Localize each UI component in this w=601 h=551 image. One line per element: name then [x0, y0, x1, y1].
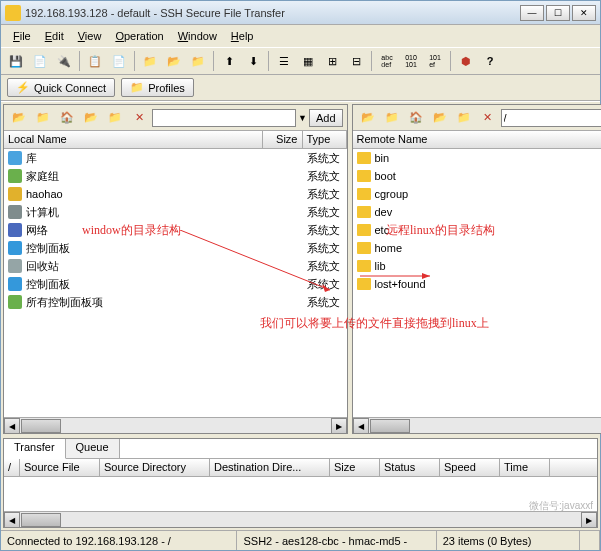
lightning-icon: ⚡ [16, 81, 30, 94]
remote-file-list[interactable]: binFoldbootFoldcgroupFolddevFoldetcFoldh… [353, 149, 602, 417]
status-protocol: SSH2 - aes128-cbc - hmac-md5 - [237, 531, 436, 550]
file-panes: 📂 📁 🏠 📂 📁 ✕ ▼ Add Local Name Size Type 库… [1, 101, 600, 436]
folder-yellow-icon[interactable]: 📁 [139, 50, 161, 72]
print-icon[interactable]: 📄 [29, 50, 51, 72]
title-bar: 192.168.193.128 - default - SSH Secure F… [1, 1, 600, 25]
folder-blue-icon[interactable]: 📁 [187, 50, 209, 72]
upload-icon[interactable]: ⬆ [218, 50, 240, 72]
tree-icon[interactable]: ⊟ [345, 50, 367, 72]
remote-up-icon[interactable]: 📂 [357, 107, 379, 129]
remote-path-input[interactable] [501, 109, 602, 127]
remote-scroll-h[interactable]: ◀▶ [353, 417, 602, 433]
binary-icon[interactable]: 010101 [400, 50, 422, 72]
status-resize-grip [580, 531, 600, 550]
maximize-button[interactable]: ☐ [546, 5, 570, 21]
local-pane: 📂 📁 🏠 📂 📁 ✕ ▼ Add Local Name Size Type 库… [3, 104, 348, 434]
tab-transfer[interactable]: Transfer [4, 439, 66, 459]
menu-operation[interactable]: Operation [109, 28, 169, 44]
status-connection: Connected to 192.168.193.128 - / [1, 531, 237, 550]
list-item[interactable]: devFold [353, 203, 602, 221]
list-item[interactable]: libFold [353, 257, 602, 275]
folder-icon: 📁 [130, 81, 144, 94]
menu-view[interactable]: View [72, 28, 108, 44]
menu-window[interactable]: Window [172, 28, 223, 44]
local-nav1-icon[interactable]: 📁 [32, 107, 54, 129]
quick-connect-button[interactable]: ⚡ Quick Connect [7, 78, 115, 97]
transfer-col[interactable]: Size [330, 459, 380, 476]
connect-icon[interactable]: 🔌 [53, 50, 75, 72]
list-item[interactable]: 控制面板系统文 [4, 275, 347, 293]
ascii-icon[interactable]: abcdef [376, 50, 398, 72]
download-icon[interactable]: ⬇ [242, 50, 264, 72]
list-item[interactable]: etcFold [353, 221, 602, 239]
local-newfolder-icon[interactable]: 📁 [104, 107, 126, 129]
list-item[interactable]: 家庭组系统文 [4, 167, 347, 185]
folder-green-icon[interactable]: 📂 [163, 50, 185, 72]
list-view-icon[interactable]: ☰ [273, 50, 295, 72]
transfer-scroll-h[interactable]: ◀▶ [4, 511, 597, 527]
local-list-header: Local Name Size Type [4, 131, 347, 149]
list-item[interactable]: homeFold [353, 239, 602, 257]
stop-icon[interactable]: ⬢ [455, 50, 477, 72]
transfer-panel: Transfer Queue /Source FileSource Direct… [3, 438, 598, 528]
remote-home-icon[interactable]: 🏠 [405, 107, 427, 129]
remote-pane: 📂 📁 🏠 📂 📁 ✕ ▼ Add Remote Name Size Typ b… [352, 104, 602, 434]
menu-file[interactable]: File [7, 28, 37, 44]
remote-newfolder-icon[interactable]: 📁 [453, 107, 475, 129]
remote-delete-icon[interactable]: ✕ [477, 107, 499, 129]
list-item[interactable]: cgroupFold [353, 185, 602, 203]
help-icon[interactable]: ? [479, 50, 501, 72]
remote-col-name[interactable]: Remote Name [353, 131, 602, 148]
list-item[interactable]: 网络系统文 [4, 221, 347, 239]
local-col-type[interactable]: Type [303, 131, 347, 148]
local-col-size[interactable]: Size [263, 131, 303, 148]
local-path-input[interactable] [152, 109, 296, 127]
list-item[interactable]: 计算机系统文 [4, 203, 347, 221]
menu-edit[interactable]: Edit [39, 28, 70, 44]
main-toolbar: 💾 📄 🔌 📋 📄 📁 📂 📁 ⬆ ⬇ ☰ ▦ ⊞ ⊟ abcdef 01010… [1, 47, 600, 75]
list-item[interactable]: 库系统文 [4, 149, 347, 167]
local-refresh-icon[interactable]: 📂 [80, 107, 102, 129]
local-file-list[interactable]: 库系统文家庭组系统文haohao系统文计算机系统文网络系统文控制面板系统文回收站… [4, 149, 347, 417]
transfer-col[interactable]: / [4, 459, 20, 476]
list-item[interactable]: 控制面板系统文 [4, 239, 347, 257]
list-item[interactable]: 所有控制面板项系统文 [4, 293, 347, 311]
transfer-body [4, 477, 597, 511]
minimize-button[interactable]: — [520, 5, 544, 21]
remote-refresh-icon[interactable]: 📂 [429, 107, 451, 129]
save-icon[interactable]: 💾 [5, 50, 27, 72]
transfer-col[interactable]: Status [380, 459, 440, 476]
local-up-icon[interactable]: 📂 [8, 107, 30, 129]
local-col-name[interactable]: Local Name [4, 131, 263, 148]
detail-view-icon[interactable]: ▦ [297, 50, 319, 72]
local-scroll-h[interactable]: ◀▶ [4, 417, 347, 433]
menu-help[interactable]: Help [225, 28, 260, 44]
list-item[interactable]: bootFold [353, 167, 602, 185]
copy-icon[interactable]: 📋 [84, 50, 106, 72]
menu-bar: File Edit View Operation Window Help [1, 25, 600, 47]
auto-icon[interactable]: 101ef [424, 50, 446, 72]
local-add-button[interactable]: Add [309, 109, 343, 127]
grid-icon[interactable]: ⊞ [321, 50, 343, 72]
transfer-col[interactable]: Destination Dire... [210, 459, 330, 476]
list-item[interactable]: binFold [353, 149, 602, 167]
remote-nav1-icon[interactable]: 📁 [381, 107, 403, 129]
transfer-col[interactable]: Speed [440, 459, 500, 476]
status-items: 23 items (0 Bytes) [437, 531, 580, 550]
transfer-col[interactable]: Source File [20, 459, 100, 476]
transfer-col[interactable]: Source Directory [100, 459, 210, 476]
quick-connect-bar: ⚡ Quick Connect 📁 Profiles [1, 75, 600, 101]
paste-icon[interactable]: 📄 [108, 50, 130, 72]
list-item[interactable]: haohao系统文 [4, 185, 347, 203]
list-item[interactable]: lost+foundFold [353, 275, 602, 293]
window-title: 192.168.193.128 - default - SSH Secure F… [25, 7, 520, 19]
list-item[interactable]: 回收站系统文 [4, 257, 347, 275]
close-button[interactable]: ✕ [572, 5, 596, 21]
local-home-icon[interactable]: 🏠 [56, 107, 78, 129]
quick-connect-label: Quick Connect [34, 82, 106, 94]
profiles-button[interactable]: 📁 Profiles [121, 78, 194, 97]
dropdown-icon[interactable]: ▼ [298, 113, 307, 123]
tab-queue[interactable]: Queue [66, 439, 120, 458]
local-delete-icon[interactable]: ✕ [128, 107, 150, 129]
transfer-col[interactable]: Time [500, 459, 550, 476]
